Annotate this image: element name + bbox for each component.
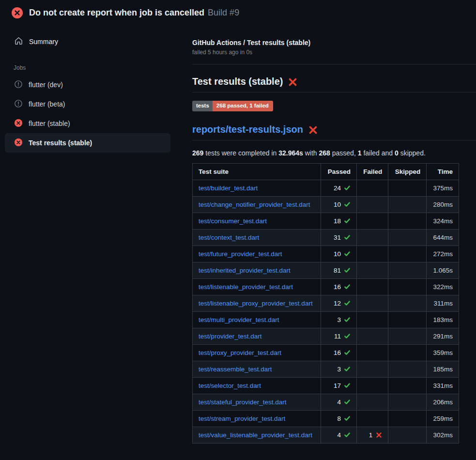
failed-cell xyxy=(357,394,388,410)
time-value: 359ms xyxy=(433,349,453,356)
suite-cell: test/stream_provider_test.dart xyxy=(193,410,321,427)
failed-count: 1 xyxy=(358,149,362,157)
suite-link[interactable]: test/stateful_provider_test.dart xyxy=(199,399,287,406)
table-row: test/future_provider_test.dart 10 272ms xyxy=(193,245,459,262)
job-label: Test results (stable) xyxy=(29,139,92,147)
suite-link[interactable]: test/builder_test.dart xyxy=(199,184,258,192)
sidebar-item-test-results-stable[interactable]: Test results (stable) xyxy=(5,133,170,153)
table-row: test/listenable_proxy_provider_test.dart… xyxy=(193,295,459,311)
x-circle-icon xyxy=(12,7,23,18)
suite-link[interactable]: test/consumer_test.dart xyxy=(199,217,267,225)
check-icon xyxy=(344,366,351,372)
suite-link[interactable]: test/multi_provider_test.dart xyxy=(199,316,279,323)
table-row: test/multi_provider_test.dart 3 183ms xyxy=(193,311,459,328)
column-header-suite: Test suite xyxy=(193,163,321,180)
main-panel: GitHub Actions / Test results (stable) f… xyxy=(192,22,476,444)
passed-cell: 12 xyxy=(321,295,357,311)
passed-value: 8 xyxy=(338,415,341,422)
passed-cell: 3 xyxy=(321,311,357,328)
table-row: test/inherited_provider_test.dart 81 1.0… xyxy=(193,262,459,278)
suite-link[interactable]: test/provider_test.dart xyxy=(199,333,262,340)
table-row: test/builder_test.dart 24 375ms xyxy=(193,180,459,196)
failed-cell xyxy=(357,295,388,311)
tests-badge: tests 268 passed, 1 failed xyxy=(192,101,273,111)
time-cell: 1.065s xyxy=(427,262,459,278)
check-icon xyxy=(344,349,351,356)
sidebar-item-summary[interactable]: Summary xyxy=(0,33,175,50)
skipped-cell xyxy=(388,229,427,245)
failed-cell xyxy=(357,361,388,377)
suite-cell: test/listenable_provider_test.dart xyxy=(193,278,321,295)
time-cell: 331ms xyxy=(427,377,459,394)
passed-value: 16 xyxy=(334,349,341,356)
suite-link[interactable]: test/proxy_provider_test.dart xyxy=(199,349,281,356)
section-title: Test results (stable) xyxy=(192,76,283,87)
skipped-cell xyxy=(388,427,427,443)
suite-cell: test/future_provider_test.dart xyxy=(193,245,321,262)
time-value: 322ms xyxy=(433,283,453,291)
time-value: 291ms xyxy=(433,333,453,340)
suite-link[interactable]: test/reassemble_test.dart xyxy=(199,366,272,373)
suite-cell: test/value_listenable_provider_test.dart xyxy=(193,427,321,443)
suite-link[interactable]: test/stream_provider_test.dart xyxy=(199,415,285,422)
time-value: 280ms xyxy=(433,201,453,208)
failed-cell xyxy=(357,410,388,427)
job-label: flutter (beta) xyxy=(29,100,65,108)
passed-cell: 18 xyxy=(321,213,357,229)
summary-text-part: skipped. xyxy=(399,149,426,157)
table-row: test/context_test.dart 31 644ms xyxy=(193,229,459,245)
failed-cell xyxy=(357,262,388,278)
skipped-cell xyxy=(388,344,427,361)
check-icon xyxy=(344,431,351,438)
time-cell: 259ms xyxy=(427,410,459,427)
passed-cell: 11 xyxy=(321,328,357,344)
time-value: 1.065s xyxy=(433,267,453,274)
passed-cell: 4 xyxy=(321,394,357,410)
suite-link[interactable]: test/inherited_provider_test.dart xyxy=(199,267,291,274)
table-row: test/stream_provider_test.dart 8 259ms xyxy=(193,410,459,427)
table-body: test/builder_test.dart 24 375ms test/cha… xyxy=(193,180,459,443)
skipped-cell xyxy=(388,377,427,394)
passed-value: 10 xyxy=(334,250,341,258)
suite-link[interactable]: test/value_listenable_provider_test.dart xyxy=(199,431,312,439)
passed-value: 3 xyxy=(338,316,341,323)
skipped-cell xyxy=(388,394,427,410)
table-row: test/consumer_test.dart 18 324ms xyxy=(193,213,459,229)
failed-cell xyxy=(357,311,388,328)
suite-link[interactable]: test/selector_test.dart xyxy=(199,382,261,389)
suite-cell: test/context_test.dart xyxy=(193,229,321,245)
suite-link[interactable]: test/future_provider_test.dart xyxy=(199,250,282,258)
failed-cell xyxy=(357,377,388,394)
suite-link[interactable]: test/listenable_proxy_provider_test.dart xyxy=(199,300,313,307)
skipped-cell xyxy=(388,311,427,328)
sidebar-item-flutter-dev[interactable]: flutter (dev) xyxy=(5,75,170,94)
suite-link[interactable]: test/context_test.dart xyxy=(199,234,259,241)
summary-text-part: failed and xyxy=(362,149,395,157)
suite-cell: test/listenable_proxy_provider_test.dart xyxy=(193,295,321,311)
report-title-link[interactable]: reports/test-results.json xyxy=(192,124,303,135)
suite-link[interactable]: test/listenable_provider_test.dart xyxy=(199,283,293,291)
suite-link[interactable]: test/change_notifier_provider_test.dart xyxy=(199,201,310,208)
time-value: 331ms xyxy=(433,382,453,389)
x-icon xyxy=(288,77,297,87)
table-row: test/provider_test.dart 11 291ms xyxy=(193,328,459,344)
passed-cell: 17 xyxy=(321,377,357,394)
total-count: 269 xyxy=(192,149,203,157)
neutral-status-icon xyxy=(15,100,22,109)
sidebar-item-flutter-stable[interactable]: flutter (stable) xyxy=(5,114,170,133)
check-icon xyxy=(344,333,351,339)
check-icon xyxy=(344,316,351,323)
summary-text-part: tests were completed in xyxy=(203,149,278,157)
skipped-cell xyxy=(388,278,427,295)
table-row: test/change_notifier_provider_test.dart … xyxy=(193,196,459,213)
sidebar-item-flutter-beta[interactable]: flutter (beta) xyxy=(5,94,170,114)
x-icon xyxy=(375,432,382,439)
x-circle-icon xyxy=(15,119,22,128)
passed-value: 11 xyxy=(334,333,341,340)
check-icon xyxy=(344,184,351,191)
passed-value: 81 xyxy=(334,267,341,274)
check-icon xyxy=(344,217,351,224)
time-value: 206ms xyxy=(433,399,453,406)
passed-value: 16 xyxy=(334,283,341,291)
passed-value: 10 xyxy=(334,201,341,208)
